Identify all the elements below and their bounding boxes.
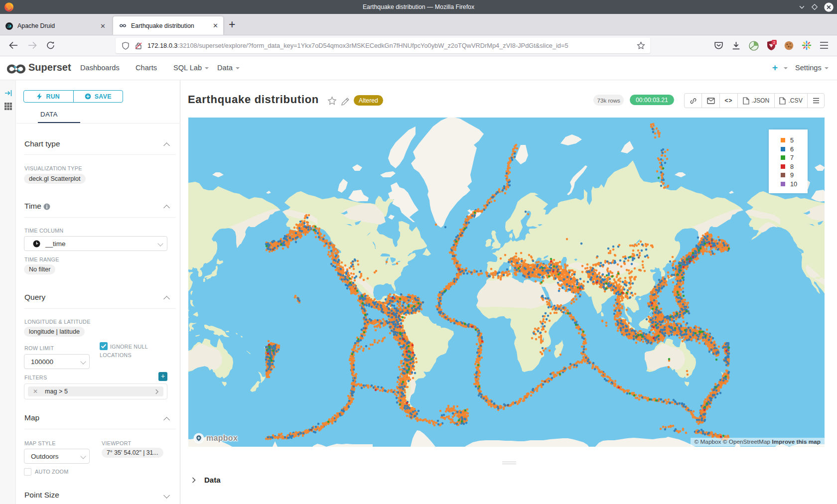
svg-text:2: 2	[773, 40, 776, 45]
